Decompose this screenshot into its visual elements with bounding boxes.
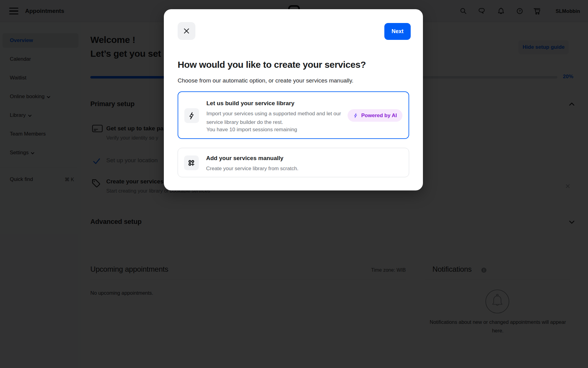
option-description: Import your services using a supported m… [206,109,344,127]
next-button[interactable]: Next [384,23,411,40]
app-root: Appointments ? SLMobbin Overview Calenda… [0,0,588,368]
option-note: You have 10 import sessions remaining [206,127,297,133]
powered-by-ai-label: Powered by AI [361,113,397,119]
lightning-icon [353,113,358,118]
option-title: Add your services manually [206,155,283,162]
create-services-modal: Next How would you like to create your s… [164,9,423,190]
lightning-icon [184,108,199,123]
grid-plus-icon [184,155,199,170]
option-build-service-library[interactable]: Let us build your service library Import… [178,91,409,139]
option-add-services-manually[interactable]: Add your services manually Create your s… [178,148,409,177]
modal-title: How would you like to create your servic… [178,59,366,70]
option-title: Let us build your service library [206,100,294,107]
option-description: Create your service library from scratch… [206,164,344,173]
modal-subtitle: Choose from our automatic option, or cre… [178,77,353,84]
close-icon[interactable] [178,22,195,40]
powered-by-ai-badge: Powered by AI [348,109,402,122]
